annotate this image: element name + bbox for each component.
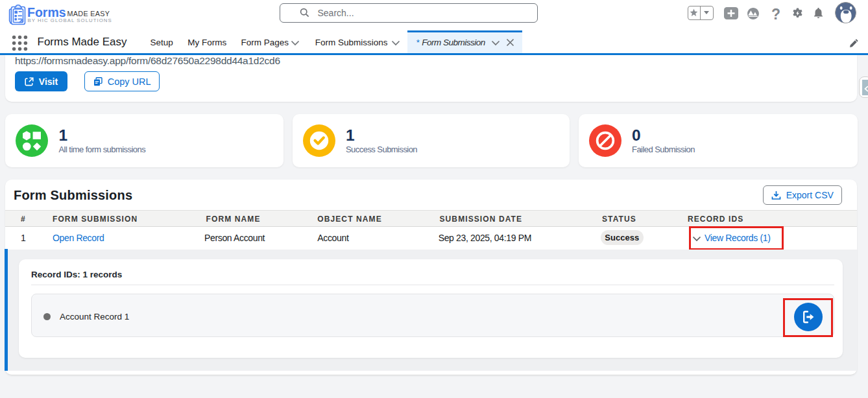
svg-text:MADE EASY: MADE EASY <box>67 10 110 18</box>
svg-text:BY HIC GLOBAL SOLUTIONS: BY HIC GLOBAL SOLUTIONS <box>28 18 112 23</box>
